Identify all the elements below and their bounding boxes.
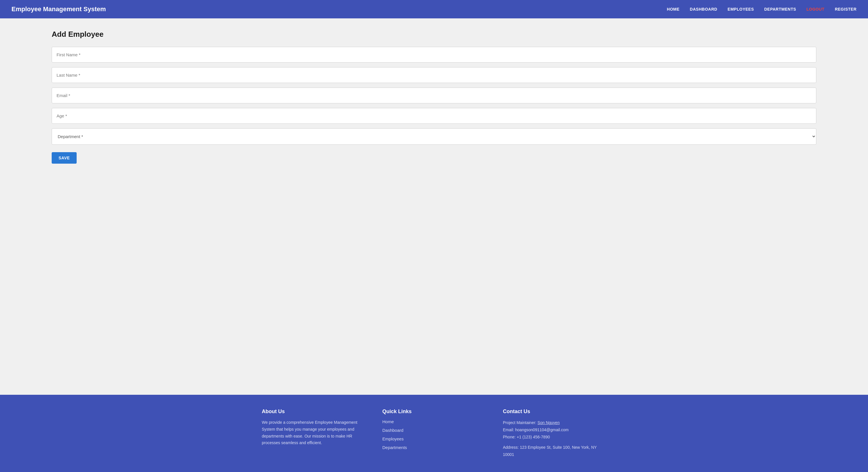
- footer-about-title: About Us: [262, 409, 365, 415]
- footer-maintainer-link[interactable]: Son Nguyen: [538, 420, 560, 425]
- department-select[interactable]: Department *: [52, 128, 816, 145]
- first-name-group: [52, 47, 816, 63]
- footer-link-employees: Employees: [382, 436, 486, 442]
- nav-logout[interactable]: LOGOUT: [807, 7, 825, 11]
- footer-grid: About Us We provide a comprehensive Empl…: [262, 409, 606, 458]
- footer-link-employees-anchor[interactable]: Employees: [382, 436, 404, 441]
- footer-link-dashboard: Dashboard: [382, 428, 486, 433]
- navbar-brand: Employee Management System: [11, 5, 106, 13]
- last-name-group: [52, 67, 816, 83]
- footer: About Us We provide a comprehensive Empl…: [0, 395, 868, 472]
- main-content: Add Employee Department * SAVE: [0, 19, 868, 395]
- email-input[interactable]: [52, 88, 816, 104]
- footer-about: About Us We provide a comprehensive Empl…: [262, 409, 365, 458]
- page-title: Add Employee: [52, 30, 816, 39]
- nav-departments[interactable]: DEPARTMENTS: [764, 7, 796, 11]
- footer-link-departments: Departments: [382, 445, 486, 450]
- first-name-input[interactable]: [52, 47, 816, 63]
- nav-dashboard[interactable]: DASHBOARD: [690, 7, 717, 11]
- footer-maintainer-label: Project Maintainer:: [503, 420, 538, 425]
- footer-contact-address: Address: 123 Employee St, Suite 100, New…: [503, 444, 606, 458]
- navbar-links: HOME DASHBOARD EMPLOYEES DEPARTMENTS LOG…: [667, 7, 857, 11]
- age-group: [52, 108, 816, 124]
- save-button[interactable]: SAVE: [52, 152, 76, 164]
- navbar: Employee Management System HOME DASHBOAR…: [0, 0, 868, 19]
- footer-contact-maintainer: Project Maintainer: Son Nguyen: [503, 419, 606, 426]
- footer-contact-phone: Phone: +1 (123) 456-7890: [503, 434, 606, 441]
- age-input[interactable]: [52, 108, 816, 124]
- footer-contact-title: Contact Us: [503, 409, 606, 415]
- footer-link-home: Home: [382, 419, 486, 424]
- nav-home[interactable]: HOME: [667, 7, 679, 11]
- nav-employees[interactable]: EMPLOYEES: [727, 7, 754, 11]
- add-employee-form: Department * SAVE: [52, 47, 816, 164]
- footer-link-departments-anchor[interactable]: Departments: [382, 445, 407, 450]
- footer-link-dashboard-anchor[interactable]: Dashboard: [382, 428, 403, 433]
- footer-contact: Contact Us Project Maintainer: Son Nguye…: [503, 409, 606, 458]
- footer-quick-links-title: Quick Links: [382, 409, 486, 415]
- last-name-input[interactable]: [52, 67, 816, 83]
- footer-quick-links: Quick Links Home Dashboard Employees Dep…: [382, 409, 486, 458]
- footer-links-list: Home Dashboard Employees Departments: [382, 419, 486, 450]
- department-group: Department *: [52, 128, 816, 145]
- email-group: [52, 88, 816, 104]
- footer-about-text: We provide a comprehensive Employee Mana…: [262, 419, 365, 446]
- footer-contact-email: Email: hoangson091104@gmail.com: [503, 426, 606, 434]
- nav-register[interactable]: REGISTER: [835, 7, 857, 11]
- footer-link-home-anchor[interactable]: Home: [382, 419, 394, 424]
